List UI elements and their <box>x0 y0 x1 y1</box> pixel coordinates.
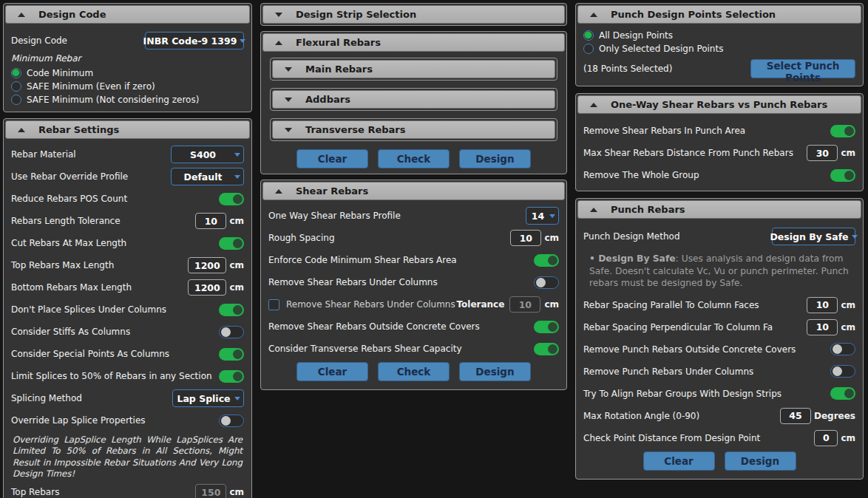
minimum-rebar-label: Minimum Rebar <box>11 53 244 66</box>
design-strip-header[interactable]: Design Strip Selection <box>262 5 565 24</box>
panel-rebar-settings: Rebar Settings Rebar Material S400 Use R… <box>3 118 252 498</box>
row-rebar-material: Rebar Material S400 <box>11 143 244 166</box>
remove-in-punch-toggle[interactable] <box>830 125 855 137</box>
toggle-knob <box>844 171 854 180</box>
punch-buttons: Clear Design <box>583 449 855 474</box>
reduce-pos-label: Reduce Rebars POS Count <box>11 194 127 204</box>
remove-whole-group-label: Remove The Whole Group <box>583 170 699 180</box>
special-points-toggle[interactable] <box>219 348 244 361</box>
oneway-vs-punch-header[interactable]: One-Way Shear Rebars vs Punch Rebars <box>577 95 861 114</box>
punch-rebars-body: Punch Design Method Design By Safe • Des… <box>577 219 861 477</box>
toggle-knob <box>548 256 557 265</box>
flexural-clear-button[interactable]: Clear <box>296 149 368 168</box>
row-max-rotation: Max Rotation Angle (0-90) Degrees <box>583 405 855 427</box>
safe-minimum-even-radio[interactable] <box>11 81 21 92</box>
check-distance-input[interactable] <box>814 430 838 446</box>
toggle-knob <box>221 327 231 337</box>
remove-punch-under-toggle[interactable] <box>830 365 855 378</box>
safe-minimum-not-radio[interactable] <box>11 95 21 105</box>
transverse-rebars-title: Transverse Rebars <box>305 124 405 135</box>
transverse-capacity-toggle[interactable] <box>534 343 559 355</box>
reduce-pos-toggle[interactable] <box>219 193 244 205</box>
flexural-check-button[interactable]: Check <box>378 149 450 168</box>
addbars-header[interactable]: Addbars <box>272 90 555 109</box>
design-code-dropdown[interactable]: INBR Code-9 1399 <box>145 32 244 50</box>
limit-splices-toggle[interactable] <box>219 370 244 383</box>
design-code-header[interactable]: Design Code <box>5 5 250 24</box>
transverse-rebars-header[interactable]: Transverse Rebars <box>272 120 555 139</box>
row-dont-splices: Don't Place Splices Under Columns <box>11 299 244 321</box>
rebar-settings-header[interactable]: Rebar Settings <box>5 120 250 139</box>
remove-whole-group-toggle[interactable] <box>830 169 855 182</box>
remove-under-columns-checkbox[interactable] <box>268 299 279 310</box>
shear-check-button[interactable]: Check <box>378 362 450 381</box>
dont-splices-label: Don't Place Splices Under Columns <box>11 304 166 315</box>
top-max-length-input[interactable] <box>188 257 226 273</box>
row-transverse-capacity: Consider Transverse Rebars Shear Capacit… <box>268 338 559 360</box>
remove-under-columns-toggle[interactable] <box>534 276 559 289</box>
length-tolerance-input[interactable] <box>195 213 226 229</box>
design-strip-title: Design Strip Selection <box>296 9 416 20</box>
punch-points-header[interactable]: Punch Design Points Selection <box>577 5 861 24</box>
bottom-max-length-input[interactable] <box>188 279 226 296</box>
safe-minimum-not-label: SAFE Minimum (Not considering zeros) <box>27 95 199 105</box>
punch-method-dropdown[interactable]: Design By Safe <box>772 228 855 245</box>
shear-rebars-header[interactable]: Shear Rebars <box>262 182 565 200</box>
align-groups-toggle[interactable] <box>830 387 855 400</box>
panel-design-code: Design Code Design Code INBR Code-9 1399… <box>3 3 252 112</box>
override-lap-toggle[interactable] <box>219 415 244 427</box>
punch-clear-button[interactable]: Clear <box>643 451 715 471</box>
cut-max-length-toggle[interactable] <box>219 237 244 250</box>
remove-outside-covers-toggle[interactable] <box>534 321 559 333</box>
all-design-points-radio[interactable] <box>583 30 594 41</box>
override-profile-dropdown[interactable]: Default <box>171 168 244 185</box>
rough-spacing-input[interactable] <box>510 230 541 246</box>
column-middle: Design Strip Selection Flexural Rebars M… <box>260 3 567 498</box>
spacing-perpendicular-input[interactable] <box>807 319 838 335</box>
code-minimum-radio[interactable] <box>11 68 21 78</box>
row-limit-splices: Limit Splices to 50% of Rebars in any Se… <box>11 365 244 387</box>
flexural-rebars-header[interactable]: Flexural Rebars <box>262 33 565 52</box>
collapse-arrow-icon <box>590 208 597 212</box>
enforce-minimum-toggle[interactable] <box>534 254 559 267</box>
row-rough-spacing: Rough Spacing cm <box>268 227 559 249</box>
tolerance-input <box>509 296 540 313</box>
row-consider-stiffs: Consider Stiffs As Columns <box>11 321 244 343</box>
only-selected-points-radio[interactable] <box>583 44 594 54</box>
shear-design-button[interactable]: Design <box>459 362 531 381</box>
main-rebars-header[interactable]: Main Rebars <box>272 60 555 78</box>
spacing-perpendicular-label: Rebar Spacing Perpendicular To Column Fa <box>583 322 773 332</box>
row-override-profile: Use Rebar Override Profile Default <box>11 166 244 188</box>
consider-stiffs-toggle[interactable] <box>219 326 244 338</box>
flexural-design-button[interactable]: Design <box>459 149 531 168</box>
collapse-arrow-icon <box>18 13 25 17</box>
design-code-value: INBR Code-9 1399 <box>143 35 237 47</box>
shear-clear-button[interactable]: Clear <box>296 362 368 381</box>
chevron-down-icon <box>549 214 555 218</box>
panel-flexural-rebars: Flexural Rebars Main Rebars Addbars <box>260 31 567 174</box>
select-punch-points-button[interactable]: Select Punch Points <box>750 59 855 78</box>
max-distance-input[interactable] <box>807 145 838 161</box>
radio-row-all-points: All Design Points <box>583 30 855 41</box>
spacing-parallel-input[interactable] <box>807 297 838 313</box>
design-code-title: Design Code <box>38 9 106 20</box>
toggle-knob <box>233 194 243 204</box>
shear-profile-dropdown[interactable]: 14 <box>526 207 559 225</box>
punch-rebars-header[interactable]: Punch Rebars <box>577 200 861 219</box>
toggle-knob <box>844 126 854 136</box>
row-select-punch-points: (18 Points Selected) Select Punch Points <box>583 56 855 81</box>
row-top-max-length: Top Rebars Max Length cm <box>11 254 244 276</box>
collapse-arrow-icon <box>275 189 282 194</box>
dont-splices-toggle[interactable] <box>219 304 244 316</box>
punch-design-button[interactable]: Design <box>725 451 796 471</box>
row-max-distance: Max Shear Rebars Distance From Punch Reb… <box>583 142 855 164</box>
unit-cm-label: cm <box>229 260 244 270</box>
override-profile-label: Use Rebar Override Profile <box>11 171 128 182</box>
max-rotation-input[interactable] <box>780 408 811 424</box>
enforce-minimum-label: Enforce Code Minimum Shear Rebars Area <box>268 255 457 265</box>
splicing-method-dropdown[interactable]: Lap Splice <box>172 389 244 407</box>
rebar-settings-body: Rebar Material S400 Use Rebar Override P… <box>5 139 250 498</box>
remove-punch-outside-toggle[interactable] <box>830 343 855 355</box>
rebar-material-dropdown[interactable]: S400 <box>171 146 244 163</box>
unit-cm-label: cm <box>544 299 559 310</box>
